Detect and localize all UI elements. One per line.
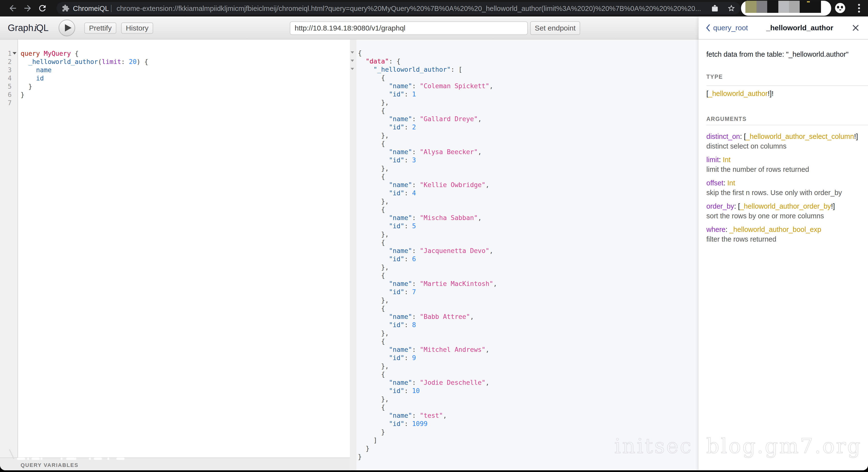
result-fold-gutter [350,39,356,470]
result-code-line: { [358,74,385,82]
editor-code-line: _helloworld_author(limit: 20) { [21,58,148,66]
doc-description: fetch data from the table: "_helloworld.… [706,51,868,58]
result-code-line: "id": 1 [358,90,416,98]
doc-argument: distinct_on: [_helloworld_author_select_… [706,132,868,151]
result-code-line: } [358,428,385,436]
result-code-line: "name": "Jodie Deschelle", [358,378,490,387]
bookmark-star-icon[interactable] [727,4,736,12]
doc-type-row: [_helloworld_author!]! [706,89,868,98]
editor-code-line: id [21,74,44,83]
endpoint-input[interactable] [290,21,528,35]
argument-name: limit [706,156,719,163]
result-code-line: "id": 6 [358,255,416,263]
result-code-line: ] [358,436,377,444]
chevron-left-icon [705,24,711,32]
result-code-line: "name": "Martie MacKintosh", [358,280,497,288]
result-code-line: "id": 4 [358,189,416,197]
result-code-line: } [358,452,362,461]
argument-type-link[interactable]: _helloworld_author_order_by [740,202,831,210]
result-code-line: "id": 7 [358,288,416,296]
address-bar[interactable]: ChromeiQL | chrome-extension://fkkiamalm… [57,2,740,14]
result-code-line: { [358,304,385,313]
result-code-line: "name": "test", [358,411,447,420]
result-code-line: "id": 8 [358,321,416,329]
result-code-line: }, [358,164,389,172]
query-variables-title: QUERY VARIABLES [21,462,79,468]
result-code-line: }, [358,230,389,239]
back-icon[interactable] [8,3,18,13]
argument-name: offset [706,179,723,187]
result-code-line: "id": 9 [358,354,416,362]
result-code-line: }, [358,197,389,206]
argument-description: skip the first n rows. Use only with ord… [706,188,868,197]
result-code-line: "id": 2 [358,123,416,131]
fold-arrow-result-2[interactable] [351,60,354,62]
browser-chrome-bar: ChromeiQL | chrome-extension://fkkiamalm… [0,0,868,17]
query-variables-bar[interactable]: QUERY VARIABLES [0,458,350,470]
argument-description: limit the number of rows returned [706,164,868,174]
close-icon[interactable] [851,24,860,32]
history-button[interactable]: History [121,23,153,34]
doc-back-link[interactable]: query_root [705,24,748,32]
result-code-line: }, [358,362,389,370]
forward-icon[interactable] [23,3,32,13]
argument-type-link[interactable]: Int [723,156,731,163]
result-code-line: "name": "Gallard Dreye", [358,115,482,123]
set-endpoint-button[interactable]: Set endpoint [530,21,580,35]
argument-name: order_by [706,202,734,210]
doc-argument: offset: Intskip the first n rows. Use on… [706,178,868,197]
argument-name: distinct_on [706,132,740,140]
editor-line-number: 2 [0,58,12,66]
editor-line-number: 1 [0,50,12,58]
result-code-line: }, [358,395,389,403]
query-editor[interactable]: 1234567 query MyQuery { _helloworld_auth… [0,39,350,458]
argument-type-link[interactable]: _helloworld_author_bool_exp [730,226,821,233]
result-code-line: "_helloworld_author": [ [358,65,462,74]
editor-code-line: } [21,91,25,99]
redacted-extensions-area [741,1,831,16]
result-code-line: "name": "Jacquenetta Devo", [358,247,493,255]
result-viewer: { "data": { "_helloworld_author": [ { "n… [350,39,699,470]
editor-code-line: name [21,66,52,74]
editor-code-line: } [21,83,32,91]
reload-icon[interactable] [37,3,47,13]
doc-argument: order_by: [_helloworld_author_order_by!]… [706,201,868,221]
result-code-line: { [358,49,362,57]
prettify-button[interactable]: Prettify [84,23,116,34]
doc-title: _helloworld_author [748,24,851,32]
profile-avatar[interactable] [835,3,845,13]
result-code-line: }, [358,131,389,139]
result-code-line: "name": "Coleman Spickett", [358,82,493,90]
extension-title: ChromeiQL [73,5,109,12]
fold-arrow-result-3[interactable] [351,68,354,70]
result-code-line: { [358,337,385,346]
result-code-line: { [358,239,385,247]
extension-puzzle-icon [62,4,69,12]
result-code-line: { [358,172,385,181]
argument-description: sort the rows by one or more columns [706,211,868,221]
doc-explorer-header: query_root _helloworld_author [699,17,868,39]
editor-line-number: 3 [0,66,12,74]
editor-line-number: 4 [0,74,12,83]
editor-line-number: 5 [0,83,12,91]
result-code-line: }, [358,98,389,106]
argument-type-link[interactable]: _helloworld_author_select_column [746,132,854,140]
watermark-text: initsecblog.gm7.org [614,434,862,458]
share-icon[interactable] [711,4,719,12]
type-link[interactable]: _helloworld_author [708,90,768,97]
result-code-line: { [358,403,385,411]
result-code-line: { [358,272,385,280]
fold-arrow-editor[interactable] [12,52,17,55]
result-code-line: { [358,206,385,214]
graphiql-logo: GraphiQL [8,23,49,33]
result-code-line: "name": "Mitchel Andrews", [358,346,490,354]
argument-type-link[interactable]: Int [727,179,735,187]
execute-query-button[interactable] [59,20,75,36]
editor-line-number: 7 [0,99,12,107]
result-code-line: { [358,370,385,378]
result-code-line: "name": "Babb Attree", [358,313,474,321]
result-code-line: }, [358,263,389,272]
result-code-line: }, [358,329,389,337]
fold-arrow-result-1[interactable] [351,51,354,54]
editor-code-line: query MyQuery { [21,50,79,58]
